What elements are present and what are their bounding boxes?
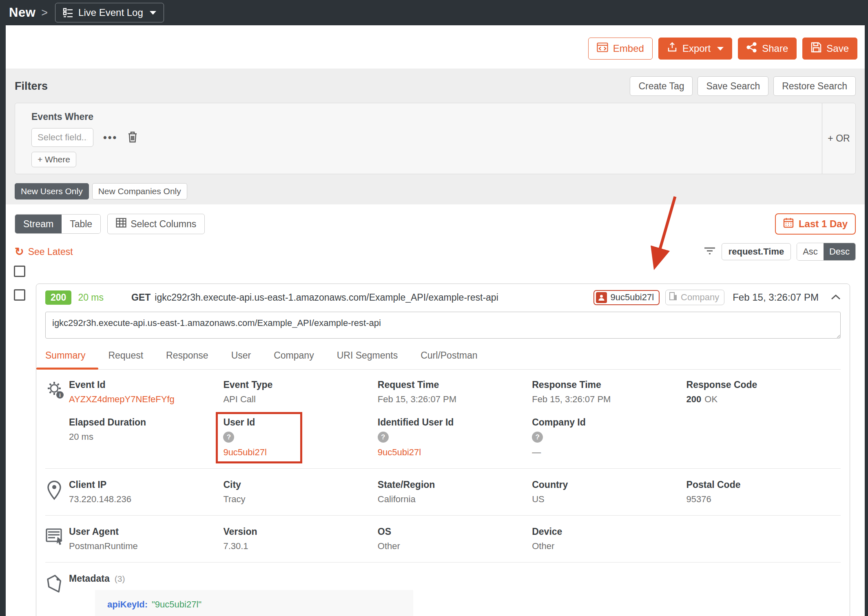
view-mode-table[interactable]: Table xyxy=(62,215,100,233)
os-label: OS xyxy=(378,526,532,537)
country-cell: Country US xyxy=(532,479,686,505)
quick-filter-toggles: New Users Only New Companies Only xyxy=(15,183,856,204)
user-badge-label: 9uc5ubi27l xyxy=(611,292,654,303)
company-icon xyxy=(669,292,678,303)
request-time-cell: Request Time Feb 15, 3:26:07 PM xyxy=(378,379,532,405)
user-id-value[interactable]: 9uc5ubi27l xyxy=(223,447,377,458)
breadcrumb: New xyxy=(9,5,35,20)
events-where-main: Events Where ••• + Where xyxy=(15,103,822,174)
help-icon[interactable]: ? xyxy=(378,432,389,443)
new-companies-only-toggle[interactable]: New Companies Only xyxy=(92,183,187,199)
response-code-number: 200 xyxy=(686,394,702,404)
version-value: 7.30.1 xyxy=(223,541,377,552)
add-or-button[interactable]: + OR xyxy=(822,103,855,174)
sort-field-button[interactable]: request.Time xyxy=(722,243,791,260)
sort-asc-button[interactable]: Asc xyxy=(797,243,824,260)
chevron-down-icon xyxy=(717,47,724,51)
add-where-button[interactable]: + Where xyxy=(31,152,76,167)
event-card-header[interactable]: 200 20 ms GETigkc292r3h.execute-api.us-e… xyxy=(36,284,850,311)
elapsed-duration-cell: Elapsed Duration 20 ms xyxy=(69,417,223,458)
version-cell: Version 7.30.1 xyxy=(223,526,377,552)
user-agent-icon xyxy=(45,526,69,552)
status-badge: 200 xyxy=(45,290,71,305)
request-time-value: Feb 15, 3:26:07 PM xyxy=(378,394,532,405)
tab-curl-postman[interactable]: Curl/Postman xyxy=(421,343,477,369)
metadata-header: Metadata (3) xyxy=(69,573,841,584)
save-button[interactable]: Save xyxy=(802,38,857,60)
select-field-input[interactable] xyxy=(31,128,93,147)
user-agent-value: PostmanRuntime xyxy=(69,541,223,552)
table-grid-icon xyxy=(116,218,126,230)
restore-search-button[interactable]: Restore Search xyxy=(773,76,856,96)
date-range-button[interactable]: Last 1 Day xyxy=(775,213,856,235)
view-selector-label: Live Event Log xyxy=(78,7,143,18)
see-latest-link[interactable]: ↻ See Latest xyxy=(15,246,73,257)
identified-user-id-value[interactable]: 9uc5ubi27l xyxy=(378,447,532,458)
new-users-only-toggle[interactable]: New Users Only xyxy=(15,183,89,199)
tab-request[interactable]: Request xyxy=(108,343,143,369)
client-ip-label: Client IP xyxy=(69,479,223,490)
user-badge[interactable]: 9uc5ubi27l xyxy=(593,290,660,305)
sort-desc-button[interactable]: Desc xyxy=(824,243,855,260)
response-code-value: 200OK xyxy=(686,394,841,405)
tab-summary[interactable]: Summary xyxy=(45,343,85,369)
create-tag-button[interactable]: Create Tag xyxy=(630,76,693,96)
event-id-value[interactable]: AYZXZ4dmepY7NEfeFYfg xyxy=(69,394,223,405)
filters-actions: Create Tag Save Search Restore Search xyxy=(630,76,856,96)
embed-label: Embed xyxy=(613,43,644,54)
elapsed-duration-value: 20 ms xyxy=(69,432,223,442)
select-all-checkbox[interactable] xyxy=(14,266,25,277)
location-pin-icon xyxy=(45,479,69,505)
select-columns-button[interactable]: Select Columns xyxy=(107,214,205,234)
export-button[interactable]: Export xyxy=(658,38,732,60)
metadata-value: "9uc5ubi27l" xyxy=(152,599,202,609)
latest-sort-row: ↻ See Latest request.Time Asc Desc xyxy=(6,235,865,261)
company-badge[interactable]: Company xyxy=(665,290,724,305)
delete-filter-button[interactable] xyxy=(127,131,138,144)
geo-section: Client IP 73.220.148.236 City Tracy Stat… xyxy=(45,479,841,505)
tab-company[interactable]: Company xyxy=(274,343,314,369)
view-selector-button[interactable]: Live Event Log xyxy=(55,3,164,22)
country-label: Country xyxy=(532,479,686,490)
os-value: Other xyxy=(378,541,532,552)
collapse-button[interactable] xyxy=(831,294,841,301)
response-code-label: Response Code xyxy=(686,379,841,390)
event-id-cell: Event Id AYZXZ4dmepY7NEfeFYfg xyxy=(69,379,223,405)
stream-controls: Stream Table Select Columns Last 1 Day xyxy=(6,204,865,235)
event-tabs: Summary Request Response User Company UR… xyxy=(45,343,841,370)
tag-icon xyxy=(45,573,69,616)
summary-panel: i Event Id AYZXZ4dmepY7NEfeFYfg Event Ty… xyxy=(36,370,850,616)
tab-response[interactable]: Response xyxy=(166,343,208,369)
tab-uri-segments[interactable]: URI Segments xyxy=(337,343,398,369)
company-id-label: Company Id xyxy=(532,417,686,428)
help-icon[interactable]: ? xyxy=(532,432,543,443)
state-region-cell: State/Region California xyxy=(378,479,532,505)
tab-user[interactable]: User xyxy=(231,343,251,369)
http-method: GET xyxy=(131,292,151,303)
event-checkbox[interactable] xyxy=(14,289,25,301)
select-columns-label: Select Columns xyxy=(131,219,196,230)
url-textarea[interactable]: igkc292r3h.execute-api.us-east-1.amazona… xyxy=(45,312,841,339)
identified-user-id-label: Identified User Id xyxy=(378,417,532,428)
response-code-cell: Response Code 200OK xyxy=(686,379,841,405)
more-options-button[interactable]: ••• xyxy=(103,132,117,144)
events-where-panel: Events Where ••• + Where + OR xyxy=(15,103,856,174)
embed-button[interactable]: Embed xyxy=(588,38,653,60)
sort-controls: request.Time Asc Desc xyxy=(704,243,856,261)
help-icon[interactable]: ? xyxy=(223,432,234,443)
company-id-cell: Company Id ? — xyxy=(532,417,686,458)
section-divider xyxy=(45,468,841,469)
save-search-button[interactable]: Save Search xyxy=(698,76,768,96)
share-label: Share xyxy=(762,43,788,54)
share-icon xyxy=(746,42,757,55)
view-mode-stream[interactable]: Stream xyxy=(15,215,62,233)
content-sheet: Embed Export Share Save xyxy=(6,25,865,616)
os-cell: OS Other xyxy=(378,526,532,552)
trash-icon xyxy=(127,131,138,144)
response-time-cell: Response Time Feb 15, 3:26:07 PM xyxy=(532,379,686,405)
filters-header: Filters Create Tag Save Search Restore S… xyxy=(15,77,856,95)
event-info-section: i Event Id AYZXZ4dmepY7NEfeFYfg Event Ty… xyxy=(45,379,841,458)
sort-direction-segmented: Asc Desc xyxy=(797,243,856,261)
user-agent-label: User Agent xyxy=(69,526,223,537)
share-button[interactable]: Share xyxy=(738,38,797,60)
